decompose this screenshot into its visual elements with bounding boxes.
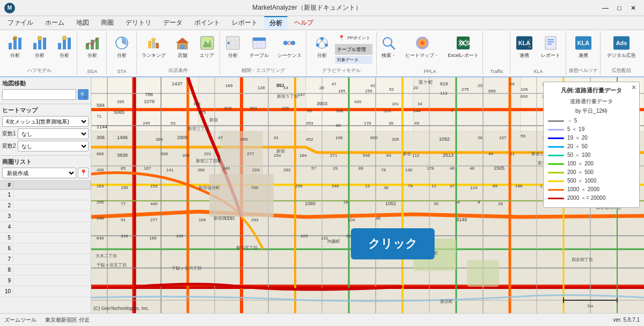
menu-help[interactable]: ヘルプ (289, 17, 319, 29)
ribbon-haf-btn3[interactable]: 分析 (53, 32, 76, 62)
menu-report[interactable]: レポート (226, 17, 263, 29)
svg-text:659: 659 (240, 137, 248, 142)
svg-text:5065: 5065 (114, 110, 125, 115)
ribbon-persona-btn[interactable]: KLA 連携 (572, 32, 595, 62)
gravity-analysis-label: 分析 (317, 52, 327, 59)
legend-subtitle2: by 平日_12時 (548, 107, 635, 115)
close-button[interactable]: ✕ (627, 3, 640, 13)
svg-text:3903: 3903 (317, 101, 327, 106)
ribbon-sequence-btn[interactable]: シーケンス (274, 32, 305, 62)
heatmap-type-select[interactable]: 4次メッシュ1(世界測地系) (2, 116, 89, 127)
svg-text:271: 271 (330, 153, 338, 158)
svg-text:13: 13 (365, 184, 370, 189)
menu-territory[interactable]: デリトリ (120, 17, 157, 29)
svg-text:59: 59 (521, 134, 525, 139)
ribbon-search-btn[interactable]: 検索・ (377, 32, 400, 62)
var2-select[interactable]: なし (18, 141, 89, 151)
map-search-input[interactable] (2, 89, 76, 100)
list-item[interactable]: 6 (0, 243, 91, 254)
menu-file[interactable]: ファイル (2, 17, 39, 29)
list-item[interactable]: 9 (0, 276, 91, 286)
ribbon-gravity-analysis-btn[interactable]: 分析 (310, 32, 334, 62)
list-item[interactable]: 10 (0, 286, 91, 297)
svg-point-38 (291, 41, 295, 45)
svg-text:78: 78 (381, 168, 386, 172)
ribbon-sga-btn[interactable]: 分析 (80, 32, 104, 62)
menu-analysis[interactable]: 分析 (264, 16, 288, 30)
svg-text:201: 201 (204, 151, 211, 156)
svg-text:248: 248 (332, 184, 339, 189)
svg-text:1496: 1496 (117, 135, 128, 140)
ribbon-area-btn[interactable]: エリア (195, 32, 219, 62)
ribbon-target-data-btn[interactable]: 対象データ (335, 56, 372, 64)
svg-text:275: 275 (462, 87, 469, 92)
ribbon-correlation-btn[interactable]: 分析 (221, 32, 245, 62)
legend-row-10: 2000 ＜= 20000 (548, 194, 635, 202)
menu-data[interactable]: データ (158, 17, 188, 29)
minimize-button[interactable]: — (599, 3, 612, 13)
svg-text:7: 7 (451, 108, 453, 113)
ribbon-heatmap-btn[interactable]: ヒートマップ・ (401, 32, 443, 62)
svg-text:42: 42 (370, 83, 375, 88)
list-item[interactable]: 4 (0, 222, 91, 233)
svg-text:816: 816 (224, 106, 232, 111)
list-item[interactable]: 1 (0, 190, 91, 200)
ribbon-group-haf: ItT 分析 分析 分析 ハフモデル (2, 31, 77, 75)
svg-text:20: 20 (413, 85, 418, 90)
var1-select[interactable]: なし (18, 128, 89, 139)
legend-line-4 (548, 146, 564, 148)
svg-text:35: 35 (434, 201, 438, 206)
pp-point-icon: 📍 (337, 33, 346, 42)
ribbon-haf-btn1[interactable]: ItT 分析 (3, 32, 27, 62)
ribbon-group-label-traffic: Traffic (490, 68, 503, 74)
ribbon-store-btn[interactable]: 店舗 (171, 32, 194, 62)
maximize-button[interactable]: □ (613, 3, 626, 13)
list-item[interactable]: 5 (0, 233, 91, 243)
svg-text:47: 47 (332, 82, 336, 86)
ribbon-haf-btn2[interactable]: 分析 (28, 32, 52, 62)
ribbon-ads-btn[interactable]: Ads デジタル広告 (603, 32, 640, 62)
ribbon-sta-btn[interactable]: 分析 (110, 32, 134, 62)
menu-point[interactable]: ポイント (189, 17, 225, 29)
svg-text:28: 28 (319, 85, 324, 90)
list-item[interactable]: 8 (0, 265, 91, 276)
ribbon-ranking-btn[interactable]: ランキング (138, 32, 170, 62)
heatmap-title: ヒートマップ (2, 106, 89, 114)
ribbon-group-sta: 分析 STA (107, 31, 136, 75)
list-item[interactable]: 2 (0, 200, 91, 211)
svg-text:2513: 2513 (443, 153, 453, 158)
ribbon-sta-buttons: 分析 (110, 32, 134, 68)
map-search-button[interactable]: 🔍 (78, 89, 89, 100)
menu-home[interactable]: ホーム (40, 17, 70, 29)
svg-text:59: 59 (307, 108, 312, 113)
svg-text:四谷四丁目: 四谷四丁目 (572, 257, 593, 262)
ribbon-group-sga: 分析 SGA (78, 31, 107, 75)
ribbon-group-label-ads: 広告配信 (612, 66, 631, 74)
svg-point-40 (320, 37, 324, 40)
ribbon-kla-btn[interactable]: KLAｃｏｍ 連携 (513, 32, 536, 62)
ribbon-pp-point-btn[interactable]: 📍 PPポイント (335, 32, 372, 43)
ranking-label: ランキング (142, 52, 166, 59)
ribbon-kla-report-btn[interactable]: レポート (537, 32, 564, 62)
svg-text:1065: 1065 (305, 201, 316, 206)
ribbon-excel-btn[interactable]: XLS Excelレポート (444, 32, 482, 62)
svg-text:130: 130 (405, 168, 413, 172)
legend-close-button[interactable]: ✕ (631, 84, 636, 91)
ribbon-group-ads: Ads デジタル広告 広告配信 (601, 31, 642, 75)
list-item[interactable]: 3 (0, 211, 91, 222)
ribbon-table-btn[interactable]: テーブル (246, 32, 273, 62)
shoiken-locate-button[interactable]: 📍 (78, 168, 89, 178)
table-manage-label: テーブル管理 (337, 46, 366, 53)
list-item[interactable]: 7 (0, 254, 91, 265)
shoiken-new-select[interactable]: 新規作成 (2, 168, 76, 178)
menu-chizu[interactable]: 地図 (71, 17, 94, 29)
svg-text:11: 11 (431, 184, 436, 189)
svg-text:91: 91 (121, 218, 126, 222)
ribbon-group-label-soring: 相関・スコアリング (241, 66, 285, 74)
svg-text:141: 141 (166, 168, 174, 172)
menu-shoken[interactable]: 商圏 (96, 17, 119, 29)
svg-text:124: 124 (470, 185, 478, 190)
map-container[interactable]: 851 28 42 20 616 25 26 38 1437 247 165 1… (91, 77, 644, 313)
svg-text:ｏ: ｏ (528, 42, 531, 45)
svg-text:79: 79 (408, 184, 413, 189)
